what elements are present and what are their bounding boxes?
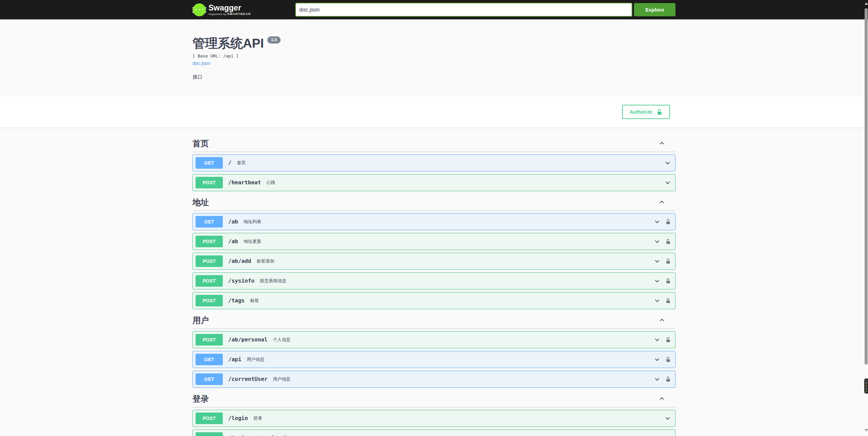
section-title: 登录: [193, 394, 209, 404]
operation-summary: 心跳: [266, 180, 275, 186]
topbar: {···} Swagger Supported by SMARTBEAR Exp…: [0, 0, 868, 19]
tag-section: 登录 POST /login 登录 POST /login/outLogin 退…: [193, 390, 675, 436]
operation-row[interactable]: POST /tags 标签: [193, 292, 675, 309]
operation-path: /ab: [228, 238, 238, 245]
spec-url-form: Explore: [295, 3, 675, 17]
operation-path: /login: [228, 415, 248, 421]
unlock-icon[interactable]: [665, 376, 671, 383]
operation-path: /sysinfo: [228, 278, 254, 284]
operation-summary: 地址列表: [244, 219, 261, 225]
operation-path: /ab: [228, 218, 238, 225]
method-badge: POST: [196, 334, 223, 346]
unlock-icon[interactable]: [665, 258, 671, 265]
unlock-icon: [656, 108, 663, 115]
method-badge: POST: [196, 275, 223, 287]
operation-row[interactable]: POST /ab 地址更新: [193, 233, 675, 250]
section-title: 地址: [193, 197, 209, 207]
info-section: 管理系统API1.0 [ Base URL: /api ] doc.json 接…: [193, 19, 675, 96]
tag-section: 地址 GET /ab 地址列表 POST /ab 地址更新: [193, 194, 675, 309]
tag-section-header[interactable]: 首页: [193, 135, 675, 152]
tag-section: 用户 POST /ab/personal 个人信息 GET /api 用户信息: [193, 312, 675, 388]
chevron-down-icon[interactable]: [664, 179, 671, 186]
method-badge: POST: [196, 295, 223, 306]
unlock-icon[interactable]: [665, 297, 671, 304]
chevron-up-icon[interactable]: [658, 140, 665, 147]
operation-path: /tags: [228, 297, 245, 304]
operation-row[interactable]: POST /ab/add 标签添加: [193, 253, 675, 270]
scrollbar-marker-widget: [864, 379, 868, 393]
operation-path: /api: [228, 356, 241, 363]
operation-list: POST /ab/personal 个人信息 GET /api 用户信息: [193, 329, 675, 388]
operation-row[interactable]: GET / 首页: [193, 154, 675, 171]
section-title: 用户: [193, 315, 209, 325]
tag-section-header[interactable]: 地址: [193, 194, 675, 211]
authorize-button[interactable]: Authorize: [622, 105, 670, 119]
method-badge: GET: [196, 216, 223, 228]
tag-section-header[interactable]: 用户: [193, 312, 675, 329]
chevron-up-icon[interactable]: [658, 317, 665, 323]
operation-summary: 提交系统信息: [260, 278, 286, 284]
api-description: 接口: [193, 74, 675, 80]
operation-path: /ab/personal: [228, 336, 268, 343]
scrollbar[interactable]: [864, 0, 868, 436]
operation-path: /currentUser: [228, 376, 268, 382]
scrollbar-thumb[interactable]: [865, 8, 868, 365]
operation-summary: 登录: [253, 415, 262, 421]
arrow-up-icon[interactable]: [865, 2, 868, 5]
operation-summary: 首页: [237, 160, 246, 166]
operation-row[interactable]: POST /sysinfo 提交系统信息: [193, 272, 675, 289]
chevron-down-icon[interactable]: [654, 376, 661, 383]
chevron-down-icon[interactable]: [664, 435, 671, 436]
method-badge: GET: [196, 373, 223, 385]
operation-summary: 标签添加: [256, 258, 274, 264]
operation-summary: 个人信息: [273, 337, 291, 343]
operation-path: /login/outLogin: [228, 435, 278, 436]
chevron-down-icon[interactable]: [654, 278, 661, 284]
operation-row[interactable]: POST /login/outLogin 退出登录: [193, 430, 675, 436]
authorize-label: Authorize: [630, 109, 652, 115]
chevron-down-icon[interactable]: [654, 238, 661, 245]
operation-summary: 用户信息: [273, 376, 291, 382]
spec-url-input[interactable]: [295, 3, 632, 17]
svg-text:{···}: {···}: [193, 6, 206, 13]
operation-row[interactable]: POST /login 登录: [193, 410, 675, 427]
chevron-up-icon[interactable]: [658, 199, 665, 205]
swagger-logo[interactable]: {···} Swagger Supported by SMARTBEAR: [193, 3, 251, 17]
logo-title: Swagger: [208, 4, 251, 12]
unlock-icon[interactable]: [665, 218, 671, 225]
spec-link[interactable]: doc.json: [193, 61, 210, 66]
chevron-down-icon[interactable]: [654, 356, 661, 363]
unlock-icon[interactable]: [665, 238, 671, 245]
method-badge: POST: [196, 255, 223, 267]
operation-path: /: [228, 160, 232, 166]
swagger-logo-icon: {···}: [193, 3, 206, 17]
explore-button[interactable]: Explore: [634, 3, 675, 16]
chevron-down-icon[interactable]: [654, 297, 661, 304]
operation-row[interactable]: GET /api 用户信息: [193, 351, 675, 368]
operation-list: GET /ab 地址列表 POST /ab 地址更新: [193, 211, 675, 309]
method-badge: POST: [196, 177, 223, 188]
operation-row[interactable]: POST /ab/personal 个人信息: [193, 331, 675, 348]
unlock-icon[interactable]: [665, 356, 671, 363]
logo-tagline: Supported by SMARTBEAR: [208, 12, 251, 16]
chevron-down-icon[interactable]: [664, 160, 671, 166]
arrow-down-icon[interactable]: [865, 429, 868, 432]
sections: 首页 GET / 首页 POST /heartbeat 心跳: [193, 128, 675, 436]
operation-row[interactable]: POST /heartbeat 心跳: [193, 174, 675, 191]
unlock-icon[interactable]: [665, 336, 671, 343]
chevron-up-icon[interactable]: [658, 395, 665, 402]
operation-row[interactable]: GET /ab 地址列表: [193, 213, 675, 230]
operation-path: /heartbeat: [228, 179, 261, 186]
tag-section: 首页 GET / 首页 POST /heartbeat 心跳: [193, 135, 675, 191]
section-title: 首页: [193, 138, 209, 148]
chevron-down-icon[interactable]: [654, 336, 661, 343]
unlock-icon[interactable]: [665, 278, 671, 284]
chevron-down-icon[interactable]: [654, 218, 661, 225]
operation-row[interactable]: GET /currentUser 用户信息: [193, 371, 675, 388]
chevron-down-icon[interactable]: [664, 415, 671, 422]
method-badge: POST: [196, 432, 223, 436]
tag-section-header[interactable]: 登录: [193, 390, 675, 407]
chevron-down-icon[interactable]: [654, 258, 661, 265]
base-url: [ Base URL: /api ]: [193, 53, 675, 58]
version-badge: 1.0: [267, 36, 281, 44]
